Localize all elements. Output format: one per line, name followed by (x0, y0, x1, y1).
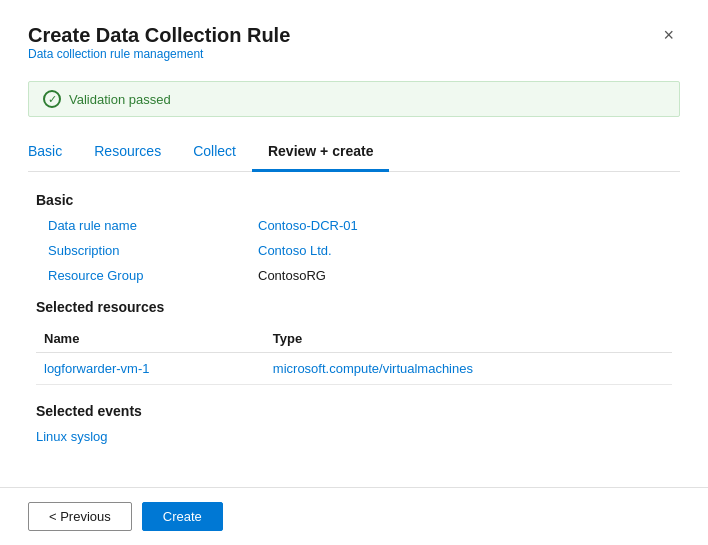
close-button[interactable]: × (657, 24, 680, 46)
dialog-subtitle: Data collection rule management (28, 47, 290, 61)
dialog-footer: < Previous Create (0, 487, 708, 545)
field-label-resource-group: Resource Group (48, 268, 258, 283)
events-section: Selected events Linux syslog (36, 403, 672, 444)
events-section-title: Selected events (36, 403, 672, 419)
field-data-rule-name: Data rule name Contoso-DCR-01 (36, 218, 672, 233)
tab-review-create[interactable]: Review + create (252, 135, 389, 172)
validation-icon: ✓ (43, 90, 61, 108)
field-subscription: Subscription Contoso Ltd. (36, 243, 672, 258)
field-label-subscription: Subscription (48, 243, 258, 258)
create-data-collection-rule-dialog: Create Data Collection Rule Data collect… (0, 0, 708, 545)
tab-collect[interactable]: Collect (177, 135, 252, 172)
validation-message: Validation passed (69, 92, 171, 107)
tab-basic[interactable]: Basic (28, 135, 78, 172)
review-content: Basic Data rule name Contoso-DCR-01 Subs… (28, 192, 680, 444)
table-row: logforwarder-vm-1 microsoft.compute/virt… (36, 353, 672, 385)
col-header-type: Type (265, 325, 672, 353)
resource-name: logforwarder-vm-1 (36, 353, 265, 385)
tab-resources[interactable]: Resources (78, 135, 177, 172)
field-label-data-rule-name: Data rule name (48, 218, 258, 233)
field-value-resource-group: ContosoRG (258, 268, 326, 283)
previous-button[interactable]: < Previous (28, 502, 132, 531)
resources-section: Selected resources Name Type logforwarde… (36, 299, 672, 385)
validation-banner: ✓ Validation passed (28, 81, 680, 117)
tab-bar: Basic Resources Collect Review + create (28, 135, 680, 172)
basic-section-title: Basic (36, 192, 672, 208)
field-resource-group: Resource Group ContosoRG (36, 268, 672, 283)
col-header-name: Name (36, 325, 265, 353)
dialog-header: Create Data Collection Rule Data collect… (28, 24, 680, 77)
resources-section-title: Selected resources (36, 299, 672, 315)
resource-type: microsoft.compute/virtualmachines (265, 353, 672, 385)
events-value: Linux syslog (36, 429, 672, 444)
field-value-subscription: Contoso Ltd. (258, 243, 332, 258)
resources-table: Name Type logforwarder-vm-1 microsoft.co… (36, 325, 672, 385)
field-value-data-rule-name: Contoso-DCR-01 (258, 218, 358, 233)
create-button[interactable]: Create (142, 502, 223, 531)
dialog-title: Create Data Collection Rule (28, 24, 290, 47)
